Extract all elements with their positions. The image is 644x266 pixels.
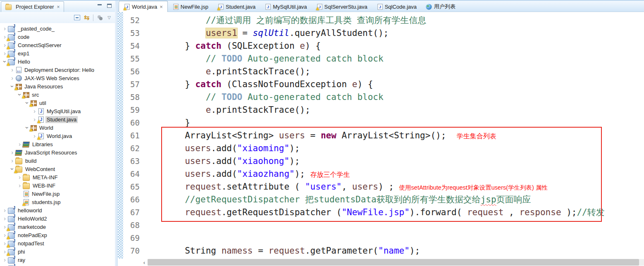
code-token: 页面响应 bbox=[496, 195, 531, 204]
code-line[interactable]: 52 //通过调用 之前编写的数据库工具类 查询所有学生信息 bbox=[123, 14, 644, 27]
tab-student-java[interactable]: Student.java bbox=[213, 2, 260, 12]
code-line[interactable]: 65 request.setAttribute ( "users", users… bbox=[123, 180, 644, 193]
tree-item-label: WEB-INF bbox=[31, 182, 57, 189]
scrollbar-track[interactable] bbox=[148, 259, 644, 266]
code-token: 学生集合列表 bbox=[457, 133, 496, 140]
jfile-icon bbox=[377, 4, 382, 10]
tree-item-java-resources[interactable]: ›Java Resources bbox=[0, 82, 115, 90]
tree-item-notpadtest[interactable]: ›notpadTest bbox=[0, 239, 115, 247]
expand-arrow-icon[interactable]: › bbox=[17, 141, 23, 147]
code-line[interactable]: 68 bbox=[123, 219, 644, 232]
expand-arrow-icon[interactable]: › bbox=[31, 133, 38, 139]
code-line[interactable]: 67 request.getRequestDispatcher ("NewFil… bbox=[123, 206, 644, 219]
scrollbar-thumb[interactable] bbox=[148, 259, 639, 266]
code-line[interactable]: 69 bbox=[123, 232, 644, 245]
code-editor[interactable]: 52 //通过调用 之前编写的数据库工具类 查询所有学生信息53 users1 … bbox=[118, 12, 644, 266]
tree-item-code[interactable]: ›code bbox=[0, 33, 115, 41]
tree-item-ray[interactable]: ›ray bbox=[0, 256, 115, 264]
tree-item-phi[interactable]: ›phi bbox=[0, 247, 115, 256]
horizontal-scrollbar[interactable]: ‹ bbox=[141, 259, 644, 266]
expand-arrow-icon[interactable]: › bbox=[9, 158, 15, 164]
code-line[interactable]: 60 } bbox=[123, 116, 644, 129]
tree-item-jax-ws-web-services[interactable]: ›JAX-WS Web Services bbox=[0, 74, 115, 82]
code-line[interactable]: 62 users.add("xiaoming"); bbox=[123, 142, 644, 155]
code-token: users bbox=[185, 143, 211, 153]
expand-arrow-icon[interactable]: › bbox=[17, 174, 23, 180]
code-token: e bbox=[300, 41, 305, 51]
tree-item-world[interactable]: ›World bbox=[0, 124, 115, 132]
view-close-icon[interactable]: × bbox=[57, 4, 60, 10]
code-line[interactable]: 59 e.printStackTrace(); bbox=[123, 104, 644, 116]
tree-item-util[interactable]: ›util bbox=[0, 99, 115, 107]
tab-mysqlutil-java[interactable]: MySqlUtil.java bbox=[260, 2, 311, 12]
expand-arrow-icon[interactable]: › bbox=[2, 26, 8, 31]
tree-item-build[interactable]: ›build bbox=[0, 157, 115, 165]
tree-item-pasted-code[interactable]: ›_pasted_code_ bbox=[0, 24, 115, 33]
minimize-icon[interactable] bbox=[98, 4, 102, 8]
expand-arrow-icon[interactable]: › bbox=[2, 207, 8, 213]
expand-arrow-icon[interactable]: › bbox=[31, 116, 38, 122]
tab-用户列表[interactable]: 用户列表 bbox=[421, 2, 460, 12]
tree-item-hello[interactable]: ›Hello bbox=[0, 57, 115, 66]
code-token bbox=[143, 15, 206, 25]
tree-item-student-java[interactable]: ›Student.java bbox=[0, 115, 115, 124]
project-explorer-view-tab[interactable]: Project Explorer × bbox=[1, 1, 64, 12]
code-line[interactable]: 64 users.add("xiaozhang"); 存放三个学生 bbox=[123, 168, 644, 180]
editor-area: World.java×NewFile.jspStudent.javaMySqlU… bbox=[118, 1, 644, 266]
code-line[interactable]: 54 } catch (SQLException e) { bbox=[123, 40, 644, 52]
close-icon[interactable]: × bbox=[160, 4, 163, 10]
code-line[interactable]: 66 //getRequestDispatcher 把studentsData获… bbox=[123, 193, 644, 206]
tree-item-src[interactable]: ›src bbox=[0, 90, 115, 99]
code-line[interactable]: ✓58 // TODO Auto-generated catch block bbox=[123, 91, 644, 104]
tree-item-exp1[interactable]: ›exp1 bbox=[0, 49, 115, 57]
line-gutter: 61 bbox=[123, 129, 143, 142]
tree-item-marketcode[interactable]: ›marketcode bbox=[0, 223, 115, 231]
code-line[interactable]: 61 ArrayList<String> users = new ArrayLi… bbox=[123, 129, 644, 142]
code-token: ArrayList<String>(); bbox=[336, 131, 457, 140]
tree-item-world-java[interactable]: ›World.java bbox=[0, 132, 115, 140]
tab-newfile-jsp[interactable]: NewFile.jsp bbox=[168, 2, 213, 12]
tree-item-web-inf[interactable]: ›WEB-INF bbox=[0, 181, 115, 190]
expand-arrow-icon[interactable]: › bbox=[2, 257, 8, 263]
tree-item-students-jsp[interactable]: ›students.jsp bbox=[0, 198, 115, 206]
code-text: //getRequestDispatcher 把studentsData获取到的… bbox=[143, 193, 644, 206]
dropdown-arrow-icon[interactable]: ▽ bbox=[107, 15, 111, 20]
code-line[interactable]: 63 users.add("xiaohong"); bbox=[123, 155, 644, 168]
quick-diff-ruler bbox=[118, 12, 123, 259]
expand-arrow-icon[interactable]: › bbox=[2, 216, 8, 221]
dd-icon bbox=[16, 67, 21, 73]
code-line[interactable]: 56 e.printStackTrace(); bbox=[123, 65, 644, 78]
code-line[interactable]: ✓55 // TODO Auto-generated catch block bbox=[123, 52, 644, 65]
maximize-icon[interactable] bbox=[107, 4, 112, 8]
tree-item-notepadexp[interactable]: ›notePadExp bbox=[0, 231, 115, 239]
collapse-all-icon[interactable] bbox=[74, 15, 80, 20]
jproject-icon bbox=[8, 34, 15, 40]
expand-arrow-icon[interactable]: › bbox=[9, 75, 15, 81]
panel-sash[interactable] bbox=[115, 1, 118, 266]
expand-arrow-icon[interactable]: › bbox=[9, 150, 15, 155]
tree-item-helloworld[interactable]: ›helloworld bbox=[0, 206, 115, 214]
tree-item-meta-inf[interactable]: ›META-INF bbox=[0, 173, 115, 181]
tree-item-webcontent[interactable]: ›WebContent bbox=[0, 165, 115, 173]
code-line[interactable]: 70 String namess = request.getParameter(… bbox=[123, 245, 644, 257]
code-token: } bbox=[143, 118, 190, 128]
tree-item-helloworld2[interactable]: ›HelloWorld2 bbox=[0, 214, 115, 223]
code-line[interactable]: 57 } catch (ClassNotFoundException e) { bbox=[123, 78, 644, 91]
tree-item-libraries[interactable]: ›Libraries bbox=[0, 140, 115, 148]
expand-arrow-icon[interactable]: › bbox=[9, 67, 15, 73]
tab-world-java[interactable]: World.java× bbox=[119, 1, 168, 12]
tree-item-mysqlutil-java[interactable]: ›MySqlUtil.java bbox=[0, 107, 115, 115]
tab-sqlserverstu-java[interactable]: SqlServerStu.java bbox=[312, 2, 372, 12]
tree-item-newfile-jsp[interactable]: ›NewFile.jsp bbox=[0, 190, 115, 198]
expand-arrow-icon[interactable]: › bbox=[17, 183, 23, 188]
tree-item-connectsqlserver[interactable]: ›ConnectSqlServer bbox=[0, 41, 115, 49]
code-line[interactable]: 53 users1 = sqlUtil.queryAllStudent(); bbox=[123, 27, 644, 40]
tab-sqlcode-java[interactable]: SqlCode.java bbox=[372, 2, 421, 12]
scroll-left-icon[interactable]: ‹ bbox=[141, 259, 148, 266]
expand-arrow-icon[interactable]: › bbox=[31, 108, 38, 114]
link-with-editor-icon[interactable]: ⇆ bbox=[84, 14, 89, 21]
tree-item-javascript-resources[interactable]: ›JavaScript Resources bbox=[0, 148, 115, 157]
tree-item-deployment-descriptor-hello[interactable]: ›Deployment Descriptor: Hello bbox=[0, 66, 115, 74]
tree-item-raw[interactable]: ›raw bbox=[0, 264, 115, 266]
view-menu-icon[interactable] bbox=[97, 15, 104, 20]
